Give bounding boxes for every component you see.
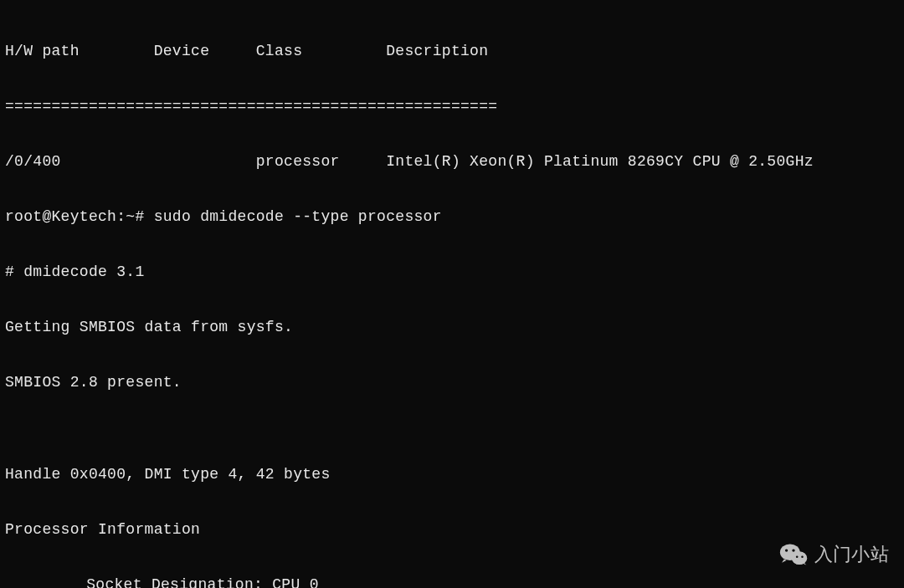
wechat-icon: [779, 543, 808, 566]
svg-point-5: [792, 549, 794, 551]
section-title: Processor Information: [5, 520, 901, 539]
smbios-getting-line: Getting SMBIOS data from sysfs.: [5, 318, 901, 336]
handle-line: Handle 0x0400, DMI type 4, 42 bytes: [5, 465, 901, 483]
field-socket-designation: Socket Designation: CPU 0: [5, 575, 901, 588]
dmi-version-line: # dmidecode 3.1: [5, 263, 901, 281]
svg-point-7: [801, 556, 804, 559]
svg-point-4: [785, 549, 788, 551]
prompt-line: root@Keytech:~# sudo dmidecode --type pr…: [5, 207, 901, 226]
svg-point-6: [796, 556, 799, 559]
device-line: /0/400 processor Intel(R) Xeon(R) Platin…: [5, 152, 901, 171]
watermark-text: 入门小站: [814, 545, 889, 564]
svg-point-3: [792, 552, 807, 565]
terminal-output[interactable]: H/W path Device Class Description ======…: [0, 0, 904, 588]
separator-line: ========================================…: [5, 97, 901, 115]
smbios-present-line: SMBIOS 2.8 present.: [5, 373, 901, 391]
watermark: 入门小站: [779, 543, 889, 566]
header-line: H/W path Device Class Description: [5, 42, 901, 60]
